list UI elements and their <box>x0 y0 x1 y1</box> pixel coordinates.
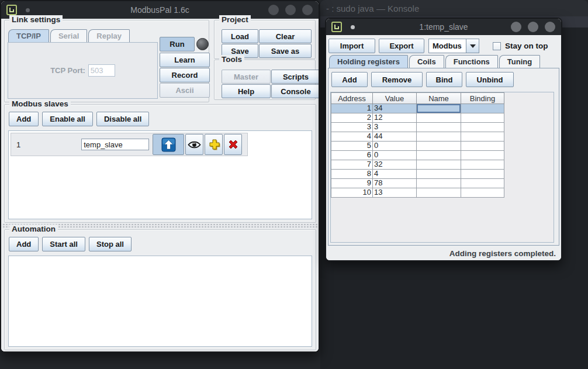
cell-address[interactable]: 6 <box>331 151 373 160</box>
cell-value[interactable]: 32 <box>373 160 417 170</box>
cell-name[interactable] <box>417 142 461 151</box>
cell-binding[interactable] <box>461 170 504 179</box>
disable-all-button[interactable]: Disable all <box>96 112 149 126</box>
cell-value[interactable]: 13 <box>373 188 417 198</box>
load-button[interactable]: Load <box>222 29 258 43</box>
cell-binding[interactable] <box>461 188 504 198</box>
close-button[interactable] <box>545 22 555 32</box>
slave-delete-button[interactable] <box>224 134 242 155</box>
stay-on-top-checkbox[interactable] <box>493 42 501 50</box>
learn-button[interactable]: Learn <box>160 53 210 67</box>
tab-holding-registers[interactable]: Holding registers <box>329 55 408 68</box>
cell-address[interactable]: 1 <box>331 104 373 113</box>
cell-address[interactable]: 9 <box>331 179 373 188</box>
tab-replay[interactable]: Replay <box>88 29 130 43</box>
cell-value[interactable]: 78 <box>373 179 417 188</box>
konsole-titlebar[interactable]: - : sudo java — Konsole <box>320 0 588 16</box>
table-row[interactable]: 1 34 <box>331 104 505 113</box>
window-menu-icon[interactable] <box>331 22 342 32</box>
table-row[interactable]: 10 13 <box>331 188 505 198</box>
register-unbind-button[interactable]: Unbind <box>466 72 514 87</box>
cell-name[interactable] <box>417 132 461 142</box>
cell-binding[interactable] <box>461 132 504 142</box>
cell-address[interactable]: 10 <box>331 188 373 198</box>
cell-name[interactable] <box>417 151 461 160</box>
chevron-down-icon[interactable] <box>466 39 479 53</box>
table-row[interactable]: 9 78 <box>331 179 505 188</box>
registers-scrollpane[interactable]: Address Value Name Binding 1 34 2 12 <box>330 92 554 243</box>
slave-titlebar[interactable]: 1:temp_slave <box>326 19 561 35</box>
cell-binding[interactable] <box>461 113 504 123</box>
table-row[interactable]: 7 32 <box>331 160 505 170</box>
tab-tcpip[interactable]: TCP/IP <box>8 29 49 43</box>
register-bind-button[interactable]: Bind <box>426 72 462 87</box>
automation-add-button[interactable]: Add <box>9 237 39 251</box>
cell-name[interactable] <box>417 188 461 198</box>
tab-coils[interactable]: Coils <box>409 55 444 68</box>
slave-view-button[interactable] <box>185 134 203 155</box>
slave-name-field[interactable] <box>81 139 149 150</box>
cell-value[interactable]: 3 <box>373 123 417 132</box>
tab-tuning[interactable]: Tuning <box>499 55 540 68</box>
table-row[interactable]: 5 0 <box>331 142 505 151</box>
cell-name[interactable] <box>417 104 461 113</box>
cell-binding[interactable] <box>461 179 504 188</box>
start-all-button[interactable]: Start all <box>42 237 85 251</box>
close-button[interactable] <box>302 5 313 15</box>
stop-all-button[interactable]: Stop all <box>89 237 132 251</box>
cell-address[interactable]: 3 <box>331 123 373 132</box>
register-add-button[interactable]: Add <box>331 72 368 87</box>
cell-name[interactable] <box>417 123 461 132</box>
slaves-add-button[interactable]: Add <box>9 112 39 126</box>
table-row[interactable]: 2 12 <box>331 113 505 123</box>
cell-address[interactable]: 4 <box>331 132 373 142</box>
cell-binding[interactable] <box>461 142 504 151</box>
window-menu-icon[interactable] <box>6 5 17 15</box>
save-as-button[interactable]: Save as <box>259 44 312 58</box>
slave-enable-toggle[interactable] <box>153 134 184 155</box>
cell-address[interactable]: 8 <box>331 170 373 179</box>
cell-name[interactable] <box>417 160 461 170</box>
cell-value[interactable]: 44 <box>373 132 417 142</box>
minimize-button[interactable] <box>511 22 521 32</box>
cell-address[interactable]: 5 <box>331 142 373 151</box>
maximize-button[interactable] <box>528 22 538 32</box>
cell-value[interactable]: 4 <box>373 170 417 179</box>
table-row[interactable]: 8 4 <box>331 170 505 179</box>
tab-serial[interactable]: Serial <box>50 29 87 43</box>
maximize-button[interactable] <box>285 5 296 15</box>
cell-value[interactable]: 12 <box>373 113 417 123</box>
cell-binding[interactable] <box>461 160 504 170</box>
protocol-combobox[interactable]: Modbus <box>428 39 479 53</box>
cell-value[interactable]: 0 <box>373 142 417 151</box>
tcp-port-field[interactable] <box>88 64 115 77</box>
cell-value[interactable]: 0 <box>373 151 417 160</box>
cell-name[interactable] <box>417 170 461 179</box>
clear-button[interactable]: Clear <box>259 29 312 43</box>
record-button[interactable]: Record <box>160 68 210 82</box>
column-header-address[interactable]: Address <box>331 92 373 104</box>
register-remove-button[interactable]: Remove <box>371 72 423 87</box>
table-row[interactable]: 6 0 <box>331 151 505 160</box>
slave-add-register-button[interactable] <box>205 134 223 155</box>
column-header-value[interactable]: Value <box>373 92 417 104</box>
cell-binding[interactable] <box>461 151 504 160</box>
cell-address[interactable]: 2 <box>331 113 373 123</box>
export-button[interactable]: Export <box>379 39 424 53</box>
cell-name[interactable] <box>417 113 461 123</box>
minimize-button[interactable] <box>268 5 279 15</box>
scripts-button[interactable]: Scripts <box>271 70 320 84</box>
column-header-binding[interactable]: Binding <box>461 92 504 104</box>
table-row[interactable]: 3 3 <box>331 123 505 132</box>
import-button[interactable]: Import <box>328 39 375 53</box>
cell-value[interactable]: 34 <box>373 104 417 113</box>
table-row[interactable]: 4 44 <box>331 132 505 142</box>
cell-binding[interactable] <box>461 104 504 113</box>
run-button[interactable]: Run <box>160 37 195 51</box>
help-button[interactable]: Help <box>222 84 271 98</box>
console-button[interactable]: Console <box>271 84 320 98</box>
cell-name[interactable] <box>417 179 461 188</box>
cell-binding[interactable] <box>461 123 504 132</box>
tab-functions[interactable]: Functions <box>445 55 498 68</box>
cell-address[interactable]: 7 <box>331 160 373 170</box>
